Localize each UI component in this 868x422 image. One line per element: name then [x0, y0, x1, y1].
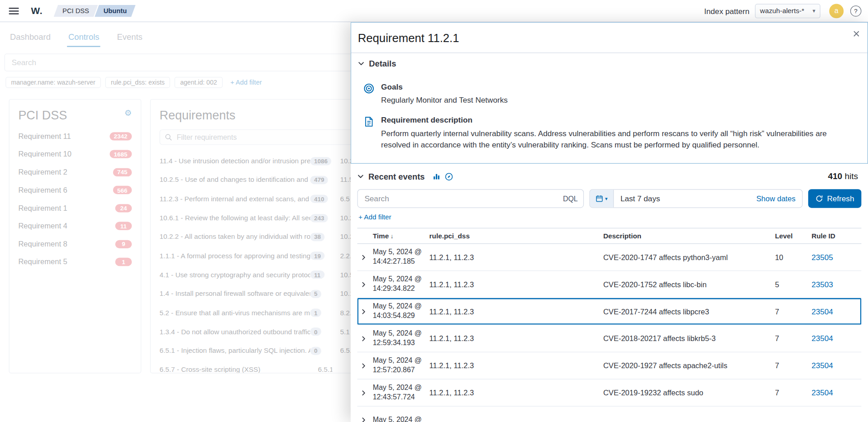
goals-title: Goals — [381, 82, 508, 91]
date-picker: ▾ Last 7 days Show dates — [589, 189, 802, 208]
index-pattern-select[interactable]: wazuh-alerts-* ▾ — [755, 4, 820, 18]
time-range-value[interactable]: Last 7 days — [614, 194, 667, 203]
events-search-controls: DQL ▾ Last 7 days Show dates Refresh — [351, 186, 868, 208]
chevron-down-icon — [357, 173, 364, 180]
chevron-down-icon: ▾ — [605, 196, 608, 201]
events-table: Time↓ rule.pci_dss Description Level Rul… — [357, 228, 861, 422]
flyout-title: Requirement 11.2.1 — [351, 23, 868, 52]
events-search-input[interactable] — [363, 194, 558, 204]
help-icon[interactable]: ? — [850, 5, 861, 16]
requirement-description-block: Requirement description Perform quarterl… — [363, 116, 854, 151]
query-language-selector[interactable]: DQL — [558, 194, 578, 203]
column-header-rule-id[interactable]: Rule ID — [811, 232, 861, 240]
rule-id-link[interactable]: 23504 — [811, 307, 861, 316]
rule-id-link[interactable]: 23503 — [811, 280, 861, 289]
rule-id-link[interactable]: 23504 — [811, 388, 861, 397]
rule-id-link[interactable]: 23505 — [811, 253, 861, 262]
expand-row-icon[interactable] — [357, 363, 372, 369]
goals-text: Regularly Monitor and Test Networks — [381, 95, 508, 106]
details-accordion-toggle[interactable]: Details — [351, 53, 868, 71]
chevron-down-icon: ▾ — [813, 8, 816, 14]
breadcrumb-pci-dss[interactable]: PCI DSS — [54, 5, 98, 17]
rule-id-link[interactable]: 23504 — [811, 361, 861, 370]
flyout-details-box: Requirement 11.2.1 Details Goals Regular… — [351, 22, 868, 164]
recent-events-accordion-toggle[interactable]: Recent events 410 hits — [351, 164, 868, 186]
table-row[interactable]: May 5, 2024 @ 14:42:27.185 11.2.1, 11.2.… — [357, 244, 861, 271]
index-pattern-value: wazuh-alerts-* — [760, 7, 804, 14]
table-row[interactable]: May 5, 2024 @ — [357, 407, 861, 422]
chevron-down-icon — [358, 60, 365, 67]
screen: W. PCI DSS Ubuntu Index pattern wazuh-al… — [0, 0, 868, 422]
calendar-icon[interactable]: ▾ — [590, 190, 614, 207]
expand-row-icon[interactable] — [357, 417, 372, 422]
recent-events-title: Recent events — [368, 172, 425, 181]
expand-row-icon[interactable] — [357, 254, 372, 260]
requirement-description-text: Perform quarterly internal vulnerability… — [381, 128, 854, 151]
refresh-button[interactable]: Refresh — [808, 189, 862, 208]
close-icon[interactable] — [850, 28, 863, 40]
breadcrumb: PCI DSS Ubuntu — [54, 5, 136, 17]
table-row[interactable]: May 5, 2024 @ 12:43:57.724 11.2.1, 11.2.… — [357, 379, 861, 407]
refresh-icon — [816, 194, 823, 202]
column-header-pci[interactable]: rule.pci_dss — [429, 232, 603, 240]
top-navigation-bar: W. PCI DSS Ubuntu Index pattern wazuh-al… — [0, 0, 868, 22]
requirement-description-title: Requirement description — [381, 116, 854, 125]
column-header-level[interactable]: Level — [775, 232, 811, 240]
show-dates-button[interactable]: Show dates — [756, 194, 802, 203]
expand-row-icon[interactable] — [357, 336, 372, 341]
table-row[interactable]: May 5, 2024 @ 12:57:20.867 11.2.1, 11.2.… — [357, 352, 861, 379]
wazuh-logo[interactable]: W. — [31, 5, 43, 16]
goals-block: Goals Regularly Monitor and Test Network… — [363, 82, 854, 106]
table-row[interactable]: May 5, 2024 @ 12:59:34.193 11.2.1, 11.2.… — [357, 325, 861, 352]
discover-icon[interactable] — [445, 172, 453, 180]
expand-row-icon[interactable] — [357, 281, 372, 287]
hits-count: 410 hits — [828, 171, 859, 181]
document-icon — [363, 116, 374, 151]
table-row[interactable]: May 5, 2024 @ 14:29:34.822 11.2.1, 11.2.… — [357, 271, 861, 298]
requirement-flyout: Requirement 11.2.1 Details Goals Regular… — [351, 22, 868, 422]
table-row-selected[interactable]: May 5, 2024 @ 14:03:54.829 11.2.1, 11.2.… — [357, 298, 861, 325]
events-search-bar: DQL — [357, 189, 584, 208]
menu-icon[interactable] — [9, 8, 19, 14]
goals-bullseye-icon — [363, 82, 374, 106]
index-pattern-label: Index pattern — [704, 6, 749, 15]
expand-row-icon[interactable] — [357, 389, 372, 395]
add-filter-button[interactable]: + Add filter — [351, 208, 868, 223]
column-header-description[interactable]: Description — [603, 232, 775, 240]
breadcrumb-ubuntu[interactable]: Ubuntu — [95, 5, 136, 17]
table-header: Time↓ rule.pci_dss Description Level Rul… — [357, 228, 861, 244]
rule-id-link[interactable]: 23504 — [811, 334, 861, 343]
sort-desc-icon: ↓ — [391, 232, 394, 239]
avatar[interactable]: a — [829, 4, 844, 18]
visualize-icon[interactable] — [433, 173, 440, 180]
expand-row-icon[interactable] — [357, 308, 372, 314]
column-header-time[interactable]: Time↓ — [373, 232, 429, 240]
